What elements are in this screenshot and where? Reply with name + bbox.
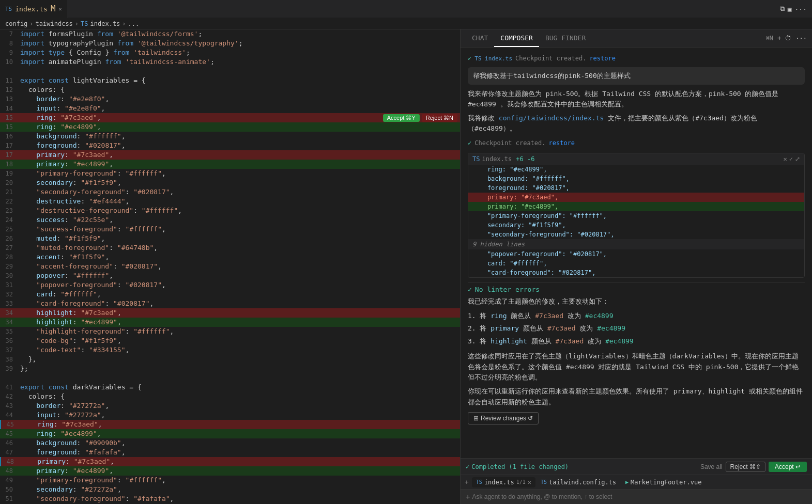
add-icon[interactable]: + [777, 35, 781, 42]
completion-msg: 我已经完成了主题颜色的修改，主要改动如下： [468, 296, 805, 307]
bottom-tab-index[interactable]: TS index.ts 1/1 ✕ [472, 477, 535, 487]
input-add-icon[interactable]: + [466, 493, 470, 501]
tab-bar: TS index.ts M ✕ ⧉ ▣ ··· [0, 0, 812, 18]
diff-close-icon[interactable]: ✕ [784, 155, 787, 163]
code-line-18-add: 18 primary: "#ec4899", [0, 160, 460, 169]
diff-hidden-lines: 9 hidden lines [468, 239, 804, 249]
diff-line-10: "card-foreground": "#020817", [468, 268, 804, 277]
assistant-msg-1: 我来帮你修改主题颜色为 pink-500。根据 Tailwind CSS 的默认… [468, 89, 805, 109]
code-line-37: 37 "code-text": "#334155", [0, 345, 460, 355]
code-line-9: 9 import type { Config } from 'tailwindc… [0, 48, 460, 57]
code-line-36: 36 "code-bg": "#f1f5f9", [0, 336, 460, 345]
accept-all-button[interactable]: Accept ↵ [769, 462, 807, 472]
code-line-24: 24 success: "#22c55e", [0, 215, 460, 225]
change-num-1: 1. 将 [468, 312, 491, 320]
bottom-tab-ts-icon-1: TS [476, 479, 482, 485]
tab-actions: ⧉ ▣ ··· [780, 5, 812, 13]
history-icon[interactable]: ⏱ [785, 35, 791, 42]
change-old-3: #7c3aed [555, 337, 584, 345]
diff-line-9: card: "#ffffff", [468, 259, 804, 268]
checkpoint-icon-2: ✓ [468, 139, 471, 147]
diff-check-icon[interactable]: ✓ [789, 155, 793, 163]
bottom-tab-close-1[interactable]: ✕ [528, 479, 531, 486]
tab-bug-finder[interactable]: BUG FINDER [539, 30, 592, 47]
input-area[interactable]: + [461, 489, 812, 504]
checkpoint-restore-2[interactable]: restore [549, 139, 575, 147]
file-ref: config/taiwindcss/index.ts [499, 114, 604, 122]
agent-input[interactable] [472, 493, 807, 500]
reject-button[interactable]: Reject ⌘N [422, 114, 457, 122]
code-line-15-add: 15 ring: "#ec4899", [0, 122, 460, 132]
assistant-msg-2: 我将修改 config/taiwindcss/index.ts 文件，把主要的颜… [468, 113, 805, 133]
reject-all-button[interactable]: Reject ⌘⇧ [726, 462, 765, 472]
breadcrumb-file[interactable]: index.ts [90, 20, 120, 27]
code-line-48-add: 48 primary: "#ec4899", [0, 466, 460, 476]
code-line-38: 38 }, [0, 355, 460, 364]
save-all-button[interactable]: Save all [700, 463, 723, 470]
code-line-42: 42 colors: { [0, 392, 460, 401]
completed-text: ✓ Completed (1 file changed) [466, 463, 569, 470]
code-line-17: 17 foreground: "#020817", [0, 141, 460, 150]
diff-card-body: ring: "#ec4899", background: "#ffffff", … [468, 165, 804, 277]
code-line-21: 21 "secondary-foreground": "#020817", [0, 187, 460, 197]
ts-icon: TS [5, 6, 12, 12]
bottom-tab-label-2: tailwind.config.ts [549, 479, 616, 486]
no-linter-bar: ✓ No linter errors [468, 282, 805, 296]
completion-msg-text: 我已经完成了主题颜色的修改，主要改动如下： [468, 297, 609, 305]
change-num-2: 2. 将 [468, 324, 491, 332]
code-line-47: 47 foreground: "#fafafa", [0, 448, 460, 457]
checkpoint-restore-1[interactable]: restore [589, 55, 616, 62]
diff-expand-icon[interactable]: ⤢ [795, 155, 800, 163]
completed-bar: ✓ Completed (1 file changed) Save all Re… [461, 458, 812, 475]
bottom-tab-marketing[interactable]: ▶ MarketingFooter.vue [621, 477, 706, 487]
breadcrumb-config[interactable]: config [5, 20, 27, 27]
editor-tab-index[interactable]: TS index.ts M ✕ [0, 0, 68, 18]
breadcrumb-ts: TS [81, 20, 88, 27]
code-line-22: 22 destructive: "#ef4444", [0, 197, 460, 206]
code-line-51: 51 "secondary-foreground": "#fafafa", [0, 494, 460, 503]
code-line-32: 32 card: "#ffffff", [0, 290, 460, 299]
code-line-7: 7 import formsPlugin from '@tailwindcss/… [0, 29, 460, 39]
diff-card: TS index.ts +6 -6 ✕ ✓ ⤢ ring: "#ec4899",… [468, 153, 805, 278]
code-editor[interactable]: 7 import formsPlugin from '@tailwindcss/… [0, 29, 460, 504]
panel-content[interactable]: ✓ TS index.ts Checkpoint created. restor… [461, 48, 812, 458]
summary-text-2: 你现在可以重新运行你的应用来查看新的主题颜色效果。所有使用了 primary、h… [468, 386, 805, 408]
panel-more-icon[interactable]: ··· [795, 35, 807, 42]
breadcrumb-taiwindcss[interactable]: taiwindcss [36, 20, 73, 27]
code-line-34-del: 34 highlight: "#7c3aed", [0, 308, 460, 318]
code-line-14: 14 input: "#e2e8f0", [0, 104, 460, 113]
bottom-tab-vue-icon: ▶ [625, 479, 629, 485]
change-item-2: 2. 将 primary 颜色从 #7c3aed 改为 #ec4899 [468, 323, 805, 334]
completed-label: Completed (1 file changed) [471, 463, 569, 470]
panel-tab-actions: ⌘N + ⏱ ··· [766, 35, 807, 42]
bottom-tabs: + TS index.ts 1/1 ✕ TS tailwind.config.t… [461, 475, 812, 489]
code-line-29: 29 "accent-foreground": "#020817", [0, 262, 460, 271]
summary-content-1: 这些修改同时应用在了亮色主题（lightVariables）和暗色主题（dark… [468, 352, 799, 382]
diff-ts-badge: TS [472, 155, 480, 163]
code-line-30: 30 popover: "#ffffff", [0, 271, 460, 280]
tab-composer[interactable]: COMPOSER [494, 30, 539, 47]
summary-content-2: 你现在可以重新运行你的应用来查看新的主题颜色效果。所有使用了 primary、h… [468, 387, 803, 406]
layout-icon[interactable]: ▣ [788, 5, 792, 13]
tab-chat[interactable]: CHAT [466, 30, 494, 47]
tab-close-icon[interactable]: ✕ [59, 6, 62, 12]
user-message-text: 帮我修改基于tailwindcss的pink-500的主题样式 [473, 72, 631, 80]
ts-badge-small: TS index.ts [474, 55, 512, 62]
no-linter-text: No linter errors [475, 286, 540, 293]
code-line-11: 11 export const lightVariables = { [0, 76, 460, 85]
accept-button[interactable]: Accept ⌘Y [383, 114, 420, 122]
code-line-17-del: 17 primary: "#7c3aed", [0, 150, 460, 160]
code-line-34-add: 34 highlight: "#ec4899", [0, 318, 460, 327]
code-line-33: 33 "card-foreground": "#020817", [0, 299, 460, 308]
code-line-8: 8 import typographyPlugin from '@tailwin… [0, 39, 460, 48]
change-old-1: #7c3aed [535, 312, 563, 320]
right-panel: CHAT COMPOSER BUG FINDER ⌘N + ⏱ ··· ✓ TS… [460, 29, 812, 504]
code-line-25: 25 "success-foreground": "#ffffff", [0, 225, 460, 234]
more-actions-icon[interactable]: ··· [795, 5, 807, 13]
review-changes-button[interactable]: ⊞ Review changes ↺ [468, 412, 539, 424]
split-editor-icon[interactable]: ⧉ [780, 5, 785, 13]
add-tab-icon[interactable]: + [465, 478, 469, 486]
code-line-50: 50 secondary: "#27272a", [0, 485, 460, 494]
bottom-tab-tailwind[interactable]: TS tailwind.config.ts [537, 477, 620, 487]
change-num-3: 3. 将 [468, 337, 491, 345]
